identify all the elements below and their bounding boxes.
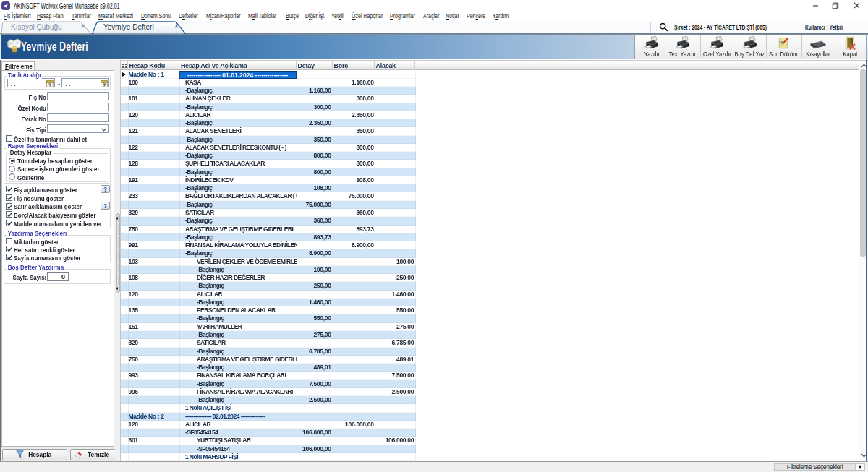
grid-row[interactable]: -Başlangıç300,00 (121, 103, 416, 111)
tab-journal[interactable]: Yevmiye Defteri (103, 23, 154, 31)
restore-button[interactable] (826, 0, 845, 11)
menu-pencere[interactable]: Pencere (467, 11, 485, 21)
madde-numara-checkbox[interactable] (6, 220, 12, 226)
grid-row[interactable]: -Başlangıç893,73 (121, 233, 416, 241)
grid-row[interactable]: -Başlangıç6.785,00 (121, 348, 416, 356)
grid-row[interactable]: -SF05454154106.000,00 (121, 429, 416, 437)
satir-aciklama-help-button[interactable]: ? (101, 202, 110, 210)
renkli-checkbox[interactable] (6, 246, 12, 252)
menu-defterler[interactable]: Defterler (179, 11, 198, 21)
menu-notlar[interactable]: Notlar (446, 11, 459, 21)
grid-row[interactable]: -Başlangıç350,00 (121, 136, 416, 144)
borc-alacak-checkbox[interactable] (6, 211, 12, 218)
grid-row[interactable]: 151YARI HAMULLER275,00 (121, 323, 416, 331)
grid-row[interactable]: 750ARAŞTIRMA VE GELİŞTİRME GİDERLERİ893,… (121, 226, 416, 233)
fis-aciklama-help-button[interactable]: ? (101, 185, 110, 193)
grid-row[interactable]: 120ALICILAR106.000,00 (121, 421, 416, 429)
radio-gosterme[interactable] (9, 173, 15, 180)
calendar-icon[interactable] (101, 80, 108, 87)
minimize-button[interactable] (806, 0, 825, 11)
splitter-handle[interactable] (116, 213, 120, 293)
grid-row[interactable]: 233BAĞLI ORTAKLIKLARDAN ALACAKLAR ( U.V … (121, 192, 416, 200)
menu--zel-raporlar[interactable]: Özel Raporlar (352, 11, 383, 21)
miktar-checkbox[interactable] (6, 238, 12, 244)
grid-row[interactable]: Madde No : 2---------------- 02.01.2024 … (121, 413, 416, 421)
menu-tan-mlar[interactable]: Tanımlar (72, 11, 91, 21)
grid-row[interactable]: 320SATICILAR360,00 (121, 209, 416, 217)
column-header-detay[interactable]: Detay (297, 61, 333, 71)
grid-row[interactable]: -Başlangıç7.500,00 (121, 380, 416, 388)
column-header-hesap-kodu[interactable]: Hesap Kodu (128, 61, 179, 71)
tab-journal-close-icon[interactable]: × (174, 23, 179, 30)
grid-row[interactable]: 993FİNANSAL KİRALAMA BORÇLARI7.500,00 (121, 372, 416, 379)
toolbar-kapat-button[interactable]: Kapat (834, 35, 866, 59)
menu-d-nem-sonu[interactable]: Dönem Sonu (141, 11, 171, 21)
grid-row[interactable]: -Başlangıç100,00 (121, 266, 416, 274)
grid-row[interactable]: 601YURTDIŞI SATIŞLAR106.000,00 (121, 437, 416, 445)
toolbar-kisayollar-button[interactable]: Kısayollar (797, 35, 839, 59)
menu-mali-tablolar[interactable]: Mali Tablolar (248, 11, 276, 21)
grid-row[interactable]: 120ALICILAR2.350,00 (121, 111, 416, 119)
ozel-kodu-input[interactable] (47, 103, 109, 112)
grid-row[interactable]: 100KASA1.160,00 (121, 79, 416, 87)
filter-options-arrow-icon[interactable]: ▼ (855, 463, 865, 471)
menu-programlar[interactable]: Programlar (390, 11, 415, 21)
grid-row[interactable]: 191İNDİRİLECEK KDV108,00 (121, 176, 416, 184)
grid-row[interactable]: 135PERSONELDEN ALACAKLAR550,00 (121, 306, 416, 314)
grid-row[interactable]: -Başlangıç75.000,00 (121, 201, 416, 209)
filter-options-dropdown[interactable]: Filtreleme Seçenekleri (774, 463, 855, 471)
menu-fi-i-lemleri[interactable]: Fiş İşlemleri (4, 11, 30, 21)
grid-row[interactable]: 750ARAŞTIRMA VE GELİŞTİRME GİDERLERİ489,… (121, 356, 416, 364)
tab-shortcut-bar-close-icon[interactable]: × (81, 23, 85, 30)
sayfa-no-checkbox[interactable] (6, 254, 12, 260)
menu-yard-m[interactable]: Yardım (493, 11, 509, 21)
satir-aciklama-checkbox[interactable] (6, 203, 12, 210)
menu-hesap-plan-[interactable]: Hesap Planı (37, 11, 64, 21)
menu-masraf-merkezi[interactable]: Masraf Merkezi (98, 11, 133, 21)
menu-mizan-raporlar[interactable]: Mizan/Raporlar (206, 11, 241, 21)
include-special-checkbox[interactable] (6, 135, 12, 142)
grid-row[interactable]: 991FİNANSAL KİRALAMA YOLUYLA EDİNİLEN VA… (121, 241, 416, 249)
tab-shortcut-bar[interactable]: Kısayol Çubuğu (11, 23, 62, 31)
grid-row[interactable]: -Başlangıç2.500,00 (121, 396, 416, 404)
fis-tipi-select[interactable] (47, 124, 109, 134)
grid-row[interactable]: -SF05454154106.000,00 (121, 445, 416, 453)
fis-no-checkbox[interactable] (6, 194, 12, 201)
grid-row[interactable]: 103VERİLEN ÇEKLER VE ÖDEME EMİRLERİ HE10… (121, 258, 416, 266)
grid-row[interactable]: 120ALICILAR1.460,00 (121, 291, 416, 299)
clear-button[interactable]: Temizle (70, 449, 116, 460)
grid-row[interactable]: 121ALACAK SENETLERİ350,00 (121, 127, 416, 135)
grid-row[interactable]: 108DİĞER HAZIR DEĞERLER250,00 (121, 274, 416, 282)
date-from-input[interactable]: . . (7, 78, 55, 87)
close-button[interactable] (847, 0, 866, 11)
radio-tum-detay[interactable] (9, 158, 15, 164)
grid-row[interactable]: -Başlangıç1.460,00 (121, 299, 416, 306)
sayfa-sayisi-input[interactable]: 0 (47, 272, 69, 281)
date-to-input[interactable]: . . (61, 78, 109, 87)
menu-yetkili[interactable]: Yetkili (331, 11, 344, 21)
filter-panel-tab[interactable]: Filtreleme (1, 61, 35, 70)
grid-row[interactable]: Madde No : 1---------------- 01.01.2024 … (121, 71, 416, 79)
fis-aciklama-checkbox[interactable] (6, 186, 12, 192)
grid-row[interactable]: -Başlangıç360,00 (121, 217, 416, 225)
column-header-borc[interactable]: Borç (333, 61, 375, 71)
grid-row[interactable]: -Başlangıç275,00 (121, 331, 416, 339)
grid-row[interactable]: 996FİNANSAL KİRALAMA ALACAKLARI2.500,00 (121, 388, 416, 396)
scrollbar-thumb[interactable] (860, 69, 866, 257)
grid-row[interactable]: -Başlangıç800,00 (121, 152, 416, 160)
grid-row[interactable]: -Başlangıç550,00 (121, 314, 416, 322)
grid-row[interactable]: -Başlangıç8.900,00 (121, 249, 416, 257)
fis-no-input[interactable] (47, 92, 109, 101)
radio-sadece-islem[interactable] (9, 166, 15, 172)
calendar-icon[interactable] (46, 80, 54, 87)
grid-row[interactable]: -Başlangıç1.160,00 (121, 87, 416, 95)
grid-row[interactable]: 101ALINAN ÇEKLER300,00 (121, 95, 416, 103)
column-header-hesap-adi[interactable]: Hesap Adı ve Açıklama (179, 61, 297, 71)
grid-row[interactable]: 1 Nolu AÇILIŞ FİŞİ (121, 404, 416, 412)
calculate-button[interactable]: Hesapla (2, 449, 67, 460)
grid-row[interactable]: -Başlangıç2.350,00 (121, 119, 416, 127)
menu-ara-lar[interactable]: Araçlar (423, 11, 439, 21)
grid-row[interactable]: -Başlangıç250,00 (121, 282, 416, 290)
grid-row[interactable]: -Başlangıç489,01 (121, 364, 416, 372)
column-header-alacak[interactable]: Alacak (375, 61, 416, 71)
